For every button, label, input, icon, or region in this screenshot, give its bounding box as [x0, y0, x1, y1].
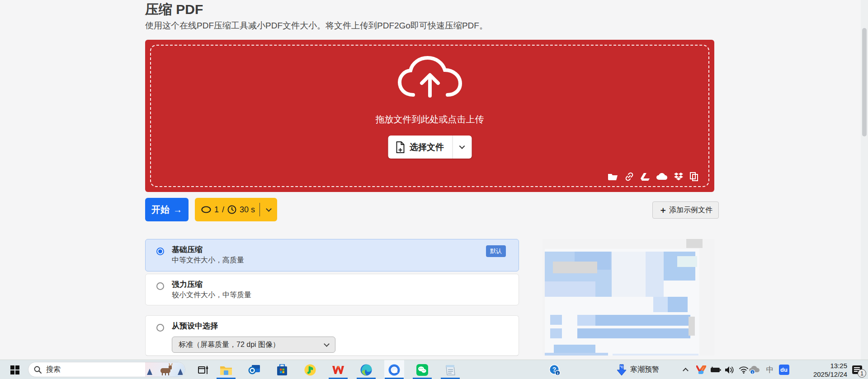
tray-cloud-sync[interactable]: i: [747, 360, 762, 379]
red-v-cloud-icon: [696, 365, 706, 374]
qq-music-icon: [304, 364, 316, 376]
edge-icon: [360, 364, 372, 376]
upload-dropzone[interactable]: 拖放文件到此处或点击上传 选择文件: [145, 40, 714, 192]
clock-icon: [227, 205, 236, 214]
app-microsoft-edge[interactable]: [356, 360, 376, 379]
windows-taskbar: 搜索: [0, 360, 868, 379]
app-help-viewer[interactable]: ? i: [545, 360, 565, 379]
preset-select[interactable]: 标准（屏幕质量，72 dpi 图像）: [172, 337, 335, 353]
option-description: 较小文件大小，中等质量: [172, 290, 251, 300]
chevron-down-icon: [266, 206, 272, 212]
radio-unselected[interactable]: [156, 282, 164, 290]
task-view-icon: [198, 365, 209, 375]
option-basic-compression[interactable]: 基础压缩 中等文件大小，高质量 默认: [145, 239, 519, 271]
tray-battery[interactable]: [709, 360, 722, 379]
coin-icon: [201, 206, 211, 213]
tray-overflow-button[interactable]: [678, 360, 693, 379]
search-daily-image-reindeer[interactable]: [145, 362, 185, 377]
chevron-down-icon: [459, 143, 465, 149]
option-title: 从预设中选择: [172, 321, 218, 331]
page-title: 压缩 PDF: [145, 0, 203, 19]
cloud-info-icon: i: [749, 365, 760, 374]
option-title: 强力压缩: [172, 279, 203, 290]
credits-dropdown[interactable]: [260, 209, 277, 211]
taskbar-clock[interactable]: 13:25 2025/12/24: [807, 360, 847, 379]
preview-scrollbar-thumb[interactable]: [686, 239, 703, 248]
add-example-label: 添加示例文件: [669, 206, 712, 215]
cold-wave-arrow-icon: °C: [617, 364, 627, 376]
tray-volume[interactable]: [722, 360, 737, 379]
weather-widget[interactable]: °C 寒潮预警: [617, 360, 659, 379]
tray-app-icon-v[interactable]: [694, 360, 708, 379]
tray-ime-indicator[interactable]: 中: [763, 360, 777, 379]
wechat-icon: [416, 364, 428, 376]
app-microsoft-store[interactable]: [272, 360, 292, 379]
wps-icon: [332, 365, 344, 375]
dropbox-icon[interactable]: [674, 173, 683, 181]
notification-center-button[interactable]: 1: [847, 360, 867, 379]
start-label: 开始: [151, 204, 170, 216]
credit-count: 1: [214, 205, 219, 215]
paste-from-clipboard-icon[interactable]: [690, 172, 698, 181]
page-scrollbar[interactable]: [861, 0, 868, 360]
app-outlook[interactable]: [244, 360, 264, 379]
windows-logo-icon: [10, 365, 19, 374]
notepad-icon: [445, 364, 456, 376]
default-badge: 默认: [486, 245, 506, 257]
option-title: 基础压缩: [172, 244, 203, 255]
tray-baidu-netdisk[interactable]: du: [777, 360, 791, 379]
ime-chinese-label: 中: [766, 365, 774, 375]
app-wps-office[interactable]: [328, 360, 348, 379]
page-subtitle: 使用这个在线PDF压缩工具减小PDF文件大小。将文件上传到PDF2Go即可快速压…: [145, 20, 488, 32]
onedrive-icon[interactable]: [656, 173, 667, 180]
credits-main: 1 / 30 s: [195, 205, 259, 215]
weather-alert-label: 寒潮预警: [630, 365, 659, 374]
speaker-icon: [725, 366, 735, 374]
option-strong-compression[interactable]: 强力压缩 较小文件大小，中等质量: [145, 274, 519, 305]
file-plus-icon: [395, 141, 405, 153]
app-qq-browser[interactable]: [384, 360, 404, 379]
google-drive-icon[interactable]: [641, 173, 650, 181]
battery-icon: [710, 367, 721, 373]
notification-count-badge: 1: [858, 369, 866, 378]
app-file-explorer[interactable]: [216, 360, 236, 379]
chevron-up-icon: [683, 368, 689, 374]
option-choose-preset[interactable]: 从预设中选择 标准（屏幕质量，72 dpi 图像）: [145, 315, 519, 356]
choose-file-main[interactable]: 选择文件: [388, 136, 452, 159]
page-scrollbar-thumb[interactable]: [862, 28, 867, 136]
question-mark-icon: ? i: [549, 364, 561, 376]
document-preview-panel: [542, 239, 714, 356]
choose-file-button[interactable]: 选择文件: [388, 136, 472, 159]
preset-select-value: 标准（屏幕质量，72 dpi 图像）: [179, 340, 280, 350]
chevron-down-icon: [324, 341, 330, 347]
app-qq-music[interactable]: [300, 360, 320, 379]
search-icon: [34, 366, 42, 374]
radio-unselected[interactable]: [156, 324, 164, 332]
credits-button[interactable]: 1 / 30 s: [195, 198, 277, 221]
choose-file-label: 选择文件: [410, 141, 444, 153]
clock-time: 13:25: [830, 361, 847, 370]
app-notepad[interactable]: [440, 360, 460, 379]
add-example-file-button[interactable]: ＋ 添加示例文件: [652, 201, 719, 219]
file-explorer-icon: [220, 365, 232, 375]
baidu-du-icon: du: [779, 365, 789, 375]
app-wechat[interactable]: [412, 360, 432, 379]
clock-date: 2025/12/24: [813, 370, 847, 379]
task-view-button[interactable]: [193, 360, 213, 379]
cloud-upload-icon: [396, 56, 464, 99]
link-url-icon[interactable]: [625, 172, 634, 181]
search-placeholder: 搜索: [46, 365, 145, 374]
radio-selected[interactable]: [156, 248, 164, 255]
start-menu-button[interactable]: [7, 360, 23, 379]
choose-file-dropdown[interactable]: [453, 136, 472, 159]
plus-icon: ＋: [659, 204, 667, 216]
local-folder-icon[interactable]: [608, 173, 618, 181]
credit-separator: /: [222, 205, 224, 215]
start-button[interactable]: 开始 →: [145, 198, 189, 221]
drop-text: 拖放文件到此处或点击上传: [145, 113, 714, 126]
microsoft-store-icon: [276, 364, 288, 376]
outlook-icon: [248, 364, 260, 375]
duration-value: 30 s: [240, 205, 255, 215]
taskbar-search-box[interactable]: 搜索: [28, 362, 185, 377]
svg-text:°C: °C: [620, 365, 623, 369]
